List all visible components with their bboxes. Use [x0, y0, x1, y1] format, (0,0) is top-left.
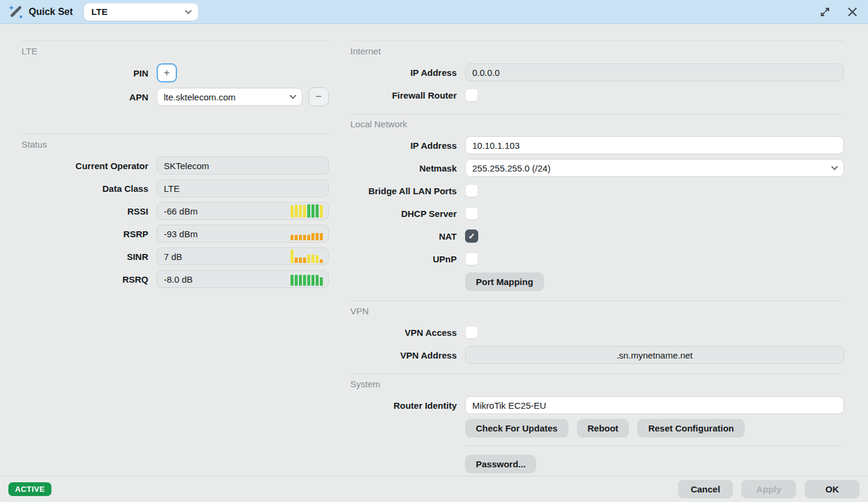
- chevron-down-icon: [289, 92, 296, 99]
- netmask-value: 255.255.255.0 (/24): [472, 163, 832, 173]
- current-operator-value: SKTelecom: [157, 157, 329, 175]
- magic-wand-icon: [7, 4, 24, 20]
- lan-ip-label: IP Address: [350, 140, 465, 151]
- rsrq-field: -8.0 dB: [157, 270, 329, 288]
- internet-ip-label: IP Address: [350, 68, 465, 78]
- pin-add-button[interactable]: +: [157, 63, 177, 82]
- current-operator-label: Current Operator: [22, 161, 157, 171]
- pin-label: PIN: [22, 68, 157, 78]
- check-icon: ✓: [468, 231, 475, 241]
- bridge-lan-checkbox[interactable]: ✓: [465, 184, 478, 197]
- firewall-router-checkbox[interactable]: ✓: [465, 88, 478, 102]
- port-mapping-row: Port Mapping: [350, 273, 844, 291]
- rssi-row: RSSI -66 dBm: [22, 202, 329, 220]
- rsrq-signal-bars: [291, 272, 323, 286]
- firewall-router-row: Firewall Router ✓: [350, 86, 844, 104]
- dhcp-server-label: DHCP Server: [350, 209, 465, 219]
- data-class-value: LTE: [157, 179, 329, 197]
- upnp-checkbox[interactable]: ✓: [465, 252, 478, 265]
- system-buttons-row: Check For Updates Reboot Reset Configura…: [350, 419, 844, 437]
- quickset-mode-select[interactable]: LTE: [84, 3, 198, 21]
- section-header-vpn: VPN: [350, 306, 844, 316]
- sinr-row: SINR 7 dB: [22, 247, 329, 265]
- nat-checkbox[interactable]: ✓: [465, 229, 478, 243]
- bridge-lan-label: Bridge All LAN Ports: [350, 186, 465, 196]
- rsrp-value: -93 dBm: [164, 229, 198, 239]
- sinr-field: 7 dB: [157, 247, 329, 265]
- vpn-address-label: VPN Address: [350, 350, 465, 360]
- cancel-button[interactable]: Cancel: [678, 480, 733, 498]
- router-identity-label: Router Identity: [350, 400, 465, 411]
- sinr-value: 7 dB: [164, 252, 182, 262]
- nat-label: NAT: [350, 231, 465, 241]
- rsrq-row: RSRQ -8.0 dB: [22, 270, 329, 288]
- netmask-row: Netmask 255.255.255.0 (/24): [350, 159, 844, 177]
- internet-ip-row: IP Address 0.0.0.0: [350, 63, 844, 81]
- rsrp-row: RSRP -93 dBm: [22, 225, 329, 243]
- router-identity-input[interactable]: [465, 396, 844, 414]
- vpn-access-label: VPN Access: [350, 327, 465, 338]
- rssi-value: -66 dBm: [164, 206, 198, 216]
- section-system: System Router Identity Check For Updates…: [350, 374, 844, 473]
- sinr-signal-bars: [291, 249, 323, 263]
- lan-ip-input[interactable]: [465, 136, 844, 154]
- rssi-label: RSSI: [22, 206, 157, 216]
- rsrp-label: RSRP: [22, 229, 157, 239]
- section-header-system: System: [350, 379, 844, 389]
- apn-label: APN: [22, 92, 157, 102]
- section-lte: LTE PIN + APN lte.sktelecom.com −: [22, 41, 329, 106]
- password-button[interactable]: Password...: [465, 455, 536, 473]
- reboot-button[interactable]: Reboot: [577, 419, 629, 437]
- ok-button[interactable]: OK: [805, 480, 860, 498]
- reset-configuration-button[interactable]: Reset Configuration: [637, 419, 744, 437]
- titlebar: Quick Set LTE: [0, 0, 868, 24]
- upnp-label: UPnP: [350, 254, 465, 264]
- status-badge: ACTIVE: [8, 482, 51, 496]
- quickset-mode-value: LTE: [91, 7, 108, 17]
- system-divider: [465, 446, 844, 446]
- close-icon[interactable]: [846, 6, 858, 18]
- dhcp-server-row: DHCP Server ✓: [350, 204, 844, 222]
- vpn-access-checkbox[interactable]: ✓: [465, 326, 478, 339]
- apply-button[interactable]: Apply: [741, 480, 796, 498]
- section-status: Status Current Operator SKTelecom Data C…: [22, 134, 329, 288]
- check-for-updates-button[interactable]: Check For Updates: [465, 419, 569, 437]
- password-row: Password...: [350, 455, 844, 473]
- section-header-status: Status: [22, 139, 329, 149]
- sinr-label: SINR: [22, 252, 157, 262]
- rssi-signal-bars: [291, 204, 323, 218]
- section-header-lte: LTE: [22, 46, 329, 56]
- vpn-access-row: VPN Access ✓: [350, 323, 844, 341]
- router-identity-row: Router Identity: [350, 396, 844, 414]
- current-operator-row: Current Operator SKTelecom: [22, 157, 329, 175]
- section-header-local-network: Local Network: [350, 119, 844, 129]
- rsrq-value: -8.0 dB: [164, 274, 192, 284]
- apn-select[interactable]: lte.sktelecom.com: [157, 88, 302, 106]
- firewall-router-label: Firewall Router: [350, 90, 465, 100]
- apn-remove-button[interactable]: −: [308, 87, 329, 106]
- dhcp-server-checkbox[interactable]: ✓: [465, 207, 478, 220]
- rsrq-label: RSRQ: [22, 274, 157, 284]
- detach-window-icon[interactable]: [819, 6, 831, 18]
- rsrp-field: -93 dBm: [157, 225, 329, 243]
- section-local-network: Local Network IP Address Netmask 255.255…: [350, 114, 844, 291]
- rssi-field: -66 dBm: [157, 202, 329, 220]
- chevron-down-icon: [831, 163, 838, 170]
- nat-row: NAT ✓: [350, 227, 844, 245]
- vpn-address-value: .sn.mynetname.net: [465, 346, 844, 364]
- vpn-address-row: VPN Address .sn.mynetname.net: [350, 346, 844, 364]
- chevron-down-icon: [185, 7, 191, 14]
- data-class-row: Data Class LTE: [22, 179, 329, 197]
- rsrp-signal-bars: [291, 226, 323, 240]
- section-internet: Internet IP Address 0.0.0.0 Firewall Rou…: [350, 41, 844, 104]
- data-class-label: Data Class: [22, 183, 157, 194]
- netmask-label: Netmask: [350, 163, 465, 173]
- port-mapping-button[interactable]: Port Mapping: [465, 273, 544, 291]
- section-vpn: VPN VPN Access ✓ VPN Address .sn.mynetna…: [350, 301, 844, 364]
- section-header-internet: Internet: [350, 46, 844, 56]
- pin-row: PIN +: [22, 63, 329, 82]
- bridge-lan-row: Bridge All LAN Ports ✓: [350, 182, 844, 200]
- window-title: Quick Set: [29, 7, 73, 17]
- quickset-dialog: Quick Set LTE LTE PIN +: [0, 0, 868, 502]
- netmask-select[interactable]: 255.255.255.0 (/24): [465, 159, 844, 177]
